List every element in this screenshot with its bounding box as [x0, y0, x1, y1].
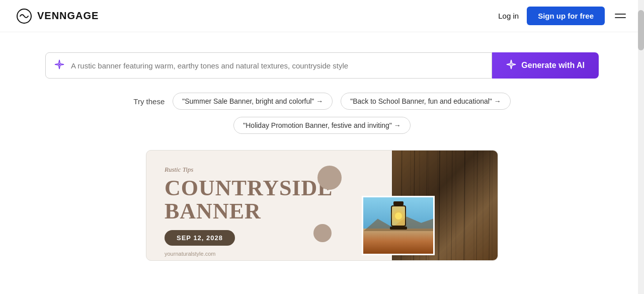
search-input[interactable] [71, 61, 484, 70]
lantern-icon [390, 201, 407, 232]
try-chip-1[interactable]: "Summer Sale Banner, bright and colorful… [173, 93, 333, 110]
svg-line-9 [489, 151, 490, 260]
header-right: Log in Sign up for free [498, 7, 628, 25]
logo-text: VENNGAGE [37, 10, 99, 22]
hamburger-line [615, 17, 626, 18]
hamburger-menu[interactable] [613, 12, 628, 20]
hamburger-line [615, 14, 626, 15]
scrollbar-thumb[interactable] [638, 10, 644, 50]
svg-line-5 [439, 151, 440, 260]
banner-date-pill: SEP 12, 2028 [165, 230, 235, 246]
search-box [45, 52, 492, 79]
banner-preview-wrapper: Rustic Tips COUNTRYSIDE BANNER SEP 12, 2… [40, 150, 604, 261]
try-these-row1: Try these "Summer Sale Banner, bright an… [133, 93, 510, 110]
sparkle-icon [54, 59, 65, 72]
logo: VENNGAGE [16, 8, 99, 24]
banner-left: Rustic Tips COUNTRYSIDE BANNER SEP 12, 2… [146, 151, 362, 260]
svg-line-6 [451, 151, 452, 260]
svg-line-8 [476, 151, 477, 260]
decorative-circle-big [317, 166, 342, 190]
logo-icon [16, 8, 32, 24]
banner-preview: Rustic Tips COUNTRYSIDE BANNER SEP 12, 2… [146, 150, 498, 261]
main-content: Generate with AI Try these "Summer Sale … [0, 32, 644, 271]
generate-label: Generate with AI [521, 61, 585, 70]
decorative-circle-small [313, 224, 332, 242]
signup-button[interactable]: Sign up for free [527, 7, 605, 25]
try-chip-2[interactable]: "Back to School Banner, fun and educatio… [341, 93, 510, 110]
try-chip-3[interactable]: "Holiday Promotion Banner, festive and i… [233, 117, 410, 134]
generate-sparkle-icon [506, 59, 516, 72]
try-these-area: Try these "Summer Sale Banner, bright an… [40, 93, 604, 134]
banner-url: yournaturalstyle.com [165, 251, 347, 257]
try-these-label: Try these [133, 97, 165, 106]
generate-button[interactable]: Generate with AI [492, 52, 599, 79]
banner-landscape-image [362, 196, 435, 255]
svg-line-7 [464, 151, 465, 260]
scrollbar[interactable] [638, 0, 644, 294]
search-area: Generate with AI [45, 52, 599, 79]
header: VENNGAGE Log in Sign up for free [0, 0, 644, 32]
banner-right [362, 151, 498, 260]
svg-point-1 [59, 63, 60, 65]
try-these-row2: "Holiday Promotion Banner, festive and i… [233, 117, 410, 134]
login-button[interactable]: Log in [498, 12, 519, 20]
